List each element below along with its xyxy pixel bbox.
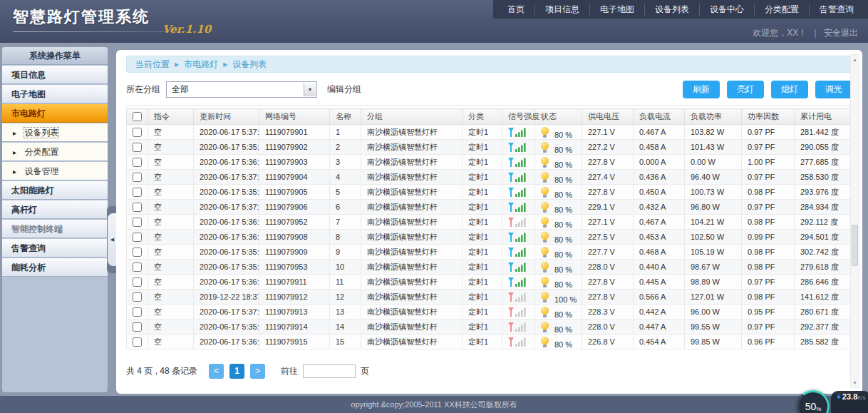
goto-page-input[interactable] xyxy=(303,364,356,378)
top-nav-item[interactable]: 告警查询 xyxy=(809,4,864,16)
sidebar-item[interactable]: 高杆灯 xyxy=(2,200,108,219)
page-1-button[interactable]: 1 xyxy=(229,364,244,379)
toolbar-button[interactable]: 熄灯 xyxy=(771,81,808,98)
row-checkbox[interactable] xyxy=(133,292,142,302)
cell-voltage: 227.2 V xyxy=(582,140,634,155)
row-checkbox[interactable] xyxy=(133,322,142,332)
edit-group-link[interactable]: 编辑分组 xyxy=(327,83,361,96)
cell-power: 99.85 W xyxy=(685,335,742,350)
bulb-icon xyxy=(541,232,549,243)
row-checkbox[interactable] xyxy=(133,262,142,272)
top-nav-item[interactable]: 分类配置 xyxy=(754,4,809,16)
row-checkbox[interactable] xyxy=(133,218,142,227)
top-nav-item[interactable]: 首页 xyxy=(497,4,534,16)
cell-name: 5 xyxy=(330,185,361,200)
cell-command: 空 xyxy=(148,260,194,275)
toolbar: 刷新亮灯熄灯调光 xyxy=(683,81,852,98)
sidebar-item-label: 设备列表 xyxy=(24,128,58,138)
row-checkbox[interactable] xyxy=(133,143,142,152)
row-checkbox[interactable] xyxy=(133,173,142,182)
sidebar-item[interactable]: 电子地图 xyxy=(2,85,108,103)
cell-updated: 2020-06-17 5:36:03 xyxy=(194,215,259,230)
cell-status: 80 % xyxy=(535,305,582,320)
scrollbar-thumb[interactable] xyxy=(852,225,858,266)
sidebar-menu: 项目信息 电子地图 市电路灯 设备列表 分类配置 设备管理 太阳能路灯 xyxy=(2,66,108,277)
cell-energy: 294.501 度 xyxy=(795,230,854,245)
cell-status: 80 % xyxy=(535,335,582,350)
sidebar-item[interactable]: 设备管理 xyxy=(2,162,108,180)
row-checkbox[interactable] xyxy=(133,203,142,212)
sidebar-item-label: 分类配置 xyxy=(24,147,58,157)
sidebar-item[interactable]: 项目信息 xyxy=(2,66,108,84)
sidebar-item[interactable]: 告警查询 xyxy=(2,239,108,258)
top-nav-item[interactable]: 设备中心 xyxy=(699,4,754,16)
cell-energy: 277.685 度 xyxy=(795,155,854,170)
cell-group: 南沙横沥镇智慧灯杆 xyxy=(361,275,463,290)
cell-name: 3 xyxy=(330,155,361,170)
cell-power-factor: 0.99 PF xyxy=(742,230,795,245)
cell-power-factor: 0.98 PF xyxy=(742,185,795,200)
top-nav-item[interactable]: 电子地图 xyxy=(589,4,644,16)
toolbar-button[interactable]: 刷新 xyxy=(683,81,720,98)
cell-network-id: 1119079913 xyxy=(259,305,330,320)
row-checkbox-cell xyxy=(127,320,148,335)
cell-updated: 2020-06-17 5:35:46 xyxy=(194,185,259,200)
row-checkbox[interactable] xyxy=(133,337,142,347)
cell-network-id: 1119079952 xyxy=(259,215,330,230)
scroll-up-icon[interactable]: ▲ xyxy=(851,55,859,64)
breadcrumb-item[interactable]: 市电路灯 xyxy=(170,59,218,69)
row-checkbox[interactable] xyxy=(133,158,142,167)
next-page-button[interactable]: > xyxy=(250,364,265,379)
cell-power: 101.43 W xyxy=(685,140,742,155)
logout-link[interactable]: 安全退出 xyxy=(824,28,858,38)
bulb-icon xyxy=(541,262,549,272)
table-row: 空 2020-06-17 5:36:34 1119079903 3 南沙横沥镇智… xyxy=(127,155,854,170)
prev-page-button[interactable]: < xyxy=(209,364,224,379)
copyright-text: opyright &copy;2005-2011 XX科技公司版权所有 xyxy=(351,400,517,409)
cell-power-factor: 1.00 PF xyxy=(742,155,795,170)
bulb-icon xyxy=(541,217,549,228)
brightness-value: 80 % xyxy=(554,265,572,274)
breadcrumb-item[interactable]: 设备列表 xyxy=(218,59,267,69)
cell-power: 96.80 W xyxy=(685,200,742,215)
column-header: 指令 xyxy=(148,109,194,125)
sidebar-item-label: 太阳能路灯 xyxy=(11,185,54,195)
chevron-down-icon[interactable]: ▼ xyxy=(304,83,316,96)
cell-command: 空 xyxy=(148,200,194,215)
table-header-row: 指令更新时间网络编号名称分组分类信号强度状态供电电压负载电流负载功率功率因数累计… xyxy=(127,109,854,125)
sidebar-item[interactable]: 智能控制终端 xyxy=(2,220,108,238)
cell-signal xyxy=(502,290,535,305)
row-checkbox[interactable] xyxy=(133,248,142,257)
sidebar-item[interactable]: 设备列表 xyxy=(2,123,108,142)
cell-category: 定时1 xyxy=(463,215,502,230)
cell-current: 0.432 A xyxy=(634,200,685,215)
toolbar-button[interactable]: 调光 xyxy=(815,81,852,98)
sidebar-title: 系统操作菜单 xyxy=(2,47,108,65)
row-checkbox[interactable] xyxy=(133,128,142,137)
group-select[interactable]: 全部 ▼ xyxy=(166,81,317,98)
breadcrumb-prefix: 当前位置 xyxy=(135,59,170,69)
sidebar-item[interactable]: 能耗分析 xyxy=(2,258,108,277)
scroll-down-icon[interactable]: ▼ xyxy=(851,378,859,387)
brightness-value: 80 % xyxy=(554,250,572,259)
cell-signal xyxy=(502,155,535,170)
select-all-checkbox[interactable] xyxy=(133,112,142,121)
top-nav-item[interactable]: 项目信息 xyxy=(534,4,589,16)
cell-category: 定时1 xyxy=(463,305,502,320)
top-nav-item[interactable]: 设备列表 xyxy=(644,4,699,16)
toolbar-button[interactable]: 亮灯 xyxy=(727,81,764,98)
row-checkbox[interactable] xyxy=(133,188,142,197)
cell-power: 98.67 W xyxy=(685,260,742,275)
cell-power-factor: 0.97 PF xyxy=(742,275,795,290)
row-checkbox[interactable] xyxy=(133,277,142,287)
sidebar-item[interactable]: 太阳能路灯 xyxy=(2,181,108,200)
panel-scrollbar[interactable]: ▲ ▼ xyxy=(850,54,859,388)
sidebar-item[interactable]: 分类配置 xyxy=(2,143,108,161)
row-checkbox[interactable] xyxy=(133,233,142,242)
sidebar-item[interactable]: 市电路灯 xyxy=(2,104,108,123)
app-header: 智慧路灯管理系统 Ver.1.10 首页项目信息电子地图设备列表设备中心分类配置… xyxy=(0,0,868,43)
row-checkbox[interactable] xyxy=(133,307,142,317)
brightness-value: 80 % xyxy=(554,146,572,154)
cell-network-id: 1119079908 xyxy=(259,230,330,245)
sidebar-item-label: 电子地图 xyxy=(11,89,46,99)
